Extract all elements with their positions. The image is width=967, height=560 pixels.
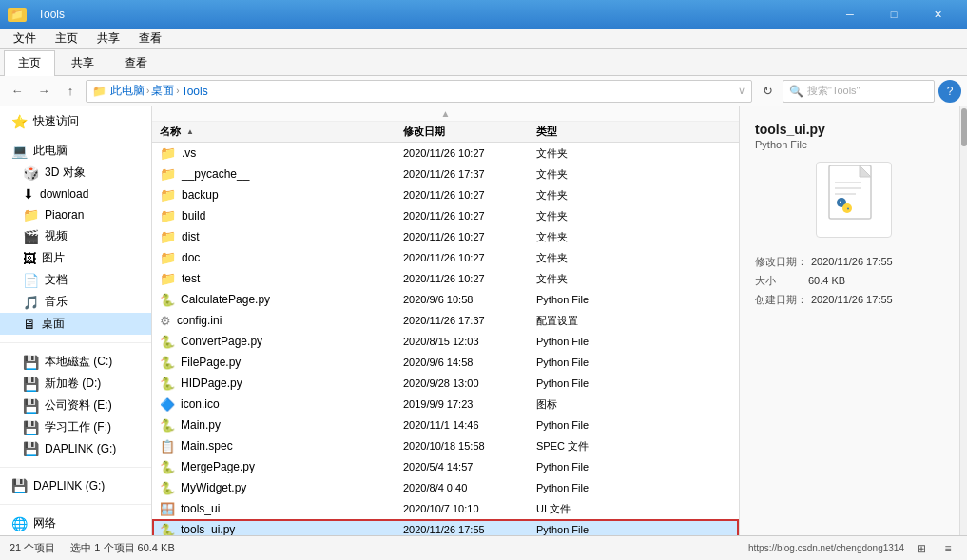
scrollbar-thumb[interactable]	[961, 108, 967, 146]
view-details-button[interactable]: ⊞	[912, 539, 931, 558]
sidebar-section-thispc: 💻 此电脑 🎲 3D 对象 ⬇ download 📁 Piaoran 🎬 视频 …	[0, 136, 151, 338]
back-button[interactable]: ←	[6, 80, 29, 103]
table-row[interactable]: 📁 .vs 2020/11/26 10:27 文件夹	[152, 143, 739, 164]
sidebar-item-drive-d[interactable]: 💾 新加卷 (D:)	[0, 373, 151, 395]
sidebar-item-3dobjects[interactable]: 🎲 3D 对象	[0, 162, 151, 183]
table-row[interactable]: 🐍 tools_ui.py 2020/11/26 17:55 Python Fi…	[152, 519, 739, 535]
menu-item-file[interactable]: 文件	[4, 29, 46, 48]
svg-point-8	[840, 202, 841, 203]
sidebar-item-quickaccess[interactable]: ⭐ 快速访问	[0, 110, 151, 132]
preview-file-icon	[816, 162, 892, 238]
file-name-cell: 📁 dist	[152, 229, 399, 244]
file-type-cell: Python File	[532, 482, 628, 493]
drive-icon-g1: 💾	[23, 441, 39, 456]
file-area: ▲ 名称 ▲ 修改日期 类型 📁 .vs 2020/11/26 10:27 文件…	[152, 106, 739, 535]
file-name-cell: 🐍 ConvertPage.py	[152, 335, 399, 349]
status-url-preview: https://blog.csdn.net/chengdong1314	[748, 543, 904, 553]
file-name: icon.ico	[181, 397, 220, 411]
file-date-cell: 2019/9/9 17:23	[399, 398, 532, 410]
sidebar-item-music[interactable]: 🎵 音乐	[0, 291, 151, 313]
preview-metadata: 修改日期： 2020/11/26 17:55 大小 60.4 KB 创建日期： …	[755, 253, 952, 309]
file-name: dist	[182, 230, 200, 243]
sidebar-item-drive-g1[interactable]: 💾 DAPLINK (G:)	[0, 438, 151, 459]
search-bar[interactable]: 🔍 搜索"Tools"	[783, 80, 935, 103]
sidebar-item-drive-e[interactable]: 💾 公司资料 (E:)	[0, 395, 151, 416]
3d-icon: 🎲	[23, 165, 39, 181]
table-row[interactable]: 📁 test 2020/11/26 10:27 文件夹	[152, 268, 739, 289]
title-bar-icons: 📁	[8, 8, 30, 22]
drive-icon-f: 💾	[23, 420, 39, 435]
preview-pane: tools_ui.py Python File	[739, 106, 967, 535]
file-name-cell: 🐍 Main.py	[152, 418, 399, 433]
sidebar-item-documents[interactable]: 📄 文档	[0, 269, 151, 291]
table-row[interactable]: 📁 __pycache__ 2020/11/26 17:37 文件夹	[152, 164, 739, 184]
file-icon-python: 🐍	[160, 335, 175, 349]
table-row[interactable]: ⚙ config.ini 2020/11/26 17:37 配置设置	[152, 310, 739, 331]
sidebar-item-thispc[interactable]: 💻 此电脑	[0, 140, 151, 162]
crumb-desktop[interactable]: 桌面	[151, 83, 174, 99]
sidebar-item-drive-c[interactable]: 💾 本地磁盘 (C:)	[0, 351, 151, 373]
table-row[interactable]: 📁 doc 2020/11/26 10:27 文件夹	[152, 247, 739, 268]
window-controls: ─ □ ✕	[828, 0, 959, 29]
file-date-cell: 2020/11/26 10:27	[399, 273, 532, 284]
crumb-arrow-1: ›	[146, 86, 149, 96]
close-button[interactable]: ✕	[916, 0, 959, 29]
menu-item-home[interactable]: 主页	[46, 29, 87, 48]
sidebar-item-video[interactable]: 🎬 视频	[0, 225, 151, 247]
address-bar[interactable]: 📁 此电脑 › 桌面 › Tools ∨	[86, 80, 752, 103]
right-scrollbar[interactable]	[959, 106, 967, 535]
sidebar-item-pictures[interactable]: 🖼 图片	[0, 247, 151, 269]
file-icon-python: 🐍	[160, 418, 175, 433]
table-row[interactable]: 🐍 MyWidget.py 2020/8/4 0:40 Python File	[152, 477, 739, 498]
table-row[interactable]: 📁 backup 2020/11/26 10:27 文件夹	[152, 184, 739, 205]
sidebar-item-desktop[interactable]: 🖥 桌面	[0, 313, 151, 335]
ribbon-tab-share[interactable]: 共享	[57, 50, 108, 75]
file-list-header: 名称 ▲ 修改日期 类型	[152, 122, 739, 143]
meta-row-size: 大小 60.4 KB	[755, 272, 952, 291]
ribbon-tab-home[interactable]: 主页	[4, 50, 55, 76]
table-row[interactable]: 🔷 icon.ico 2019/9/9 17:23 图标	[152, 394, 739, 415]
file-name-cell: 🐍 tools_ui.py	[152, 523, 399, 536]
sidebar-item-drive-f[interactable]: 💾 学习工作 (F:)	[0, 416, 151, 438]
table-row[interactable]: 📁 build 2020/11/26 10:27 文件夹	[152, 205, 739, 226]
table-row[interactable]: 🪟 tools_ui 2020/10/7 10:10 UI 文件	[152, 498, 739, 519]
file-type-cell: 文件夹	[532, 188, 628, 203]
ribbon-tab-view[interactable]: 查看	[110, 50, 162, 75]
file-name: MyWidget.py	[181, 481, 246, 494]
help-button[interactable]: ?	[938, 80, 961, 103]
file-name: ConvertPage.py	[181, 335, 262, 348]
file-name-cell: 🔷 icon.ico	[152, 397, 399, 412]
forward-button[interactable]: →	[32, 80, 55, 103]
video-icon: 🎬	[23, 229, 39, 244]
file-name-cell: 🐍 HIDPage.py	[152, 377, 399, 391]
col-header-name[interactable]: 名称 ▲	[152, 125, 399, 139]
sidebar-item-drive-g2[interactable]: 💾 DAPLINK (G:)	[0, 475, 151, 496]
menu-item-view[interactable]: 查看	[129, 29, 171, 48]
crumb-pc[interactable]: 此电脑	[110, 83, 145, 99]
col-header-date[interactable]: 修改日期	[399, 125, 532, 139]
table-row[interactable]: 🐍 MergePage.py 2020/5/4 14:57 Python Fil…	[152, 456, 739, 477]
table-row[interactable]: 🐍 FilePage.py 2020/9/6 14:58 Python File	[152, 352, 739, 373]
table-row[interactable]: 🐍 HIDPage.py 2020/9/28 13:00 Python File	[152, 373, 739, 394]
table-row[interactable]: 📋 Main.spec 2020/10/18 15:58 SPEC 文件	[152, 435, 739, 456]
table-row[interactable]: 📁 dist 2020/11/26 10:27 文件夹	[152, 226, 739, 247]
status-item-count: 21 个项目	[10, 541, 55, 555]
crumb-tools[interactable]: Tools	[182, 85, 208, 98]
col-header-type[interactable]: 类型	[532, 125, 628, 139]
sidebar-item-download[interactable]: ⬇ download	[0, 183, 151, 204]
address-dropdown-icon[interactable]: ∨	[738, 85, 745, 97]
view-list-button[interactable]: ≡	[938, 539, 957, 558]
preview-icon-area	[755, 162, 952, 238]
menu-item-share[interactable]: 共享	[87, 29, 129, 48]
drive-icon-e: 💾	[23, 398, 39, 414]
minimize-button[interactable]: ─	[828, 0, 872, 29]
sidebar-item-piaoran[interactable]: 📁 Piaoran	[0, 204, 151, 225]
maximize-button[interactable]: □	[872, 0, 916, 29]
table-row[interactable]: 🐍 Main.py 2020/11/1 14:46 Python File	[152, 415, 739, 435]
refresh-button[interactable]: ↻	[756, 80, 779, 103]
up-button[interactable]: ↑	[59, 80, 82, 103]
sidebar-item-network[interactable]: 🌐 网络	[0, 512, 151, 534]
table-row[interactable]: 🐍 ConvertPage.py 2020/8/15 12:03 Python …	[152, 331, 739, 352]
window-title: Tools	[38, 8, 828, 21]
table-row[interactable]: 🐍 CalculatePage.py 2020/9/6 10:58 Python…	[152, 289, 739, 310]
